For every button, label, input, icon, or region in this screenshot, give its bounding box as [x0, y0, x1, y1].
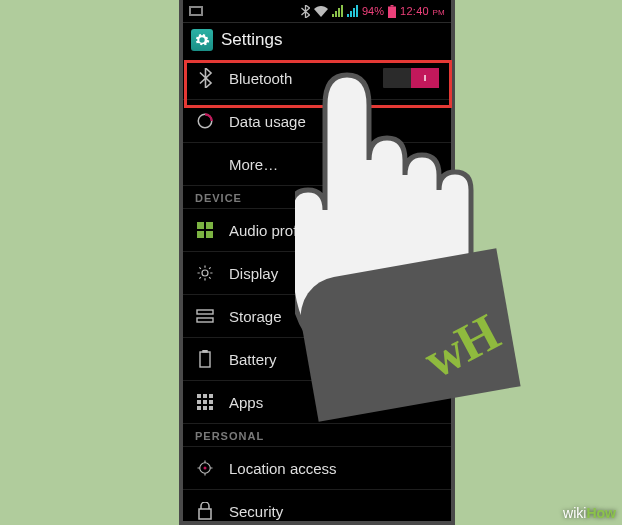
svg-rect-25 — [199, 509, 211, 519]
svg-rect-2 — [391, 5, 394, 7]
row-data-usage[interactable]: Data usage — [183, 100, 451, 143]
row-location-access[interactable]: Location access — [183, 447, 451, 490]
row-label: Storage — [229, 308, 282, 325]
section-header-device: DEVICE — [183, 186, 451, 209]
section-header-personal: PERSONAL — [183, 424, 451, 447]
row-label: Apps — [229, 394, 263, 411]
row-security[interactable]: Security — [183, 490, 451, 525]
svg-point-9 — [202, 270, 208, 276]
title-bar: Settings — [183, 22, 451, 57]
svg-rect-14 — [197, 394, 201, 398]
svg-rect-10 — [197, 310, 213, 314]
audio-profiles-icon — [195, 220, 215, 240]
signal-2-icon — [347, 5, 358, 17]
svg-rect-20 — [197, 406, 201, 410]
row-label: Data usage — [229, 113, 306, 130]
apps-icon — [195, 392, 215, 412]
page-title: Settings — [221, 30, 282, 50]
svg-rect-8 — [206, 231, 213, 238]
svg-rect-3 — [388, 6, 396, 18]
row-bluetooth[interactable]: Bluetooth I — [183, 57, 451, 100]
svg-point-24 — [204, 467, 207, 470]
svg-rect-5 — [197, 222, 204, 229]
settings-app-icon — [191, 29, 213, 51]
clock: 12:40 PM — [400, 5, 445, 17]
row-label: Battery — [229, 351, 277, 368]
row-audio-profiles[interactable]: Audio profiles — [183, 209, 451, 252]
security-icon — [195, 501, 215, 521]
phone-frame: 94% 12:40 PM Settings Bluetooth I D — [179, 0, 455, 525]
status-bar: 94% 12:40 PM — [183, 0, 451, 22]
storage-icon — [195, 306, 215, 326]
display-icon — [195, 263, 215, 283]
row-storage[interactable]: Storage — [183, 295, 451, 338]
signal-1-icon — [332, 5, 343, 17]
svg-rect-11 — [197, 318, 213, 322]
svg-rect-19 — [209, 400, 213, 404]
svg-rect-17 — [197, 400, 201, 404]
svg-rect-13 — [203, 350, 207, 352]
svg-rect-6 — [206, 222, 213, 229]
svg-rect-7 — [197, 231, 204, 238]
carrier-icon — [189, 6, 203, 16]
wifi-icon — [314, 6, 328, 17]
bluetooth-icon — [195, 68, 215, 88]
battery-icon — [388, 5, 396, 18]
row-label: Audio profiles — [229, 222, 320, 239]
svg-rect-15 — [203, 394, 207, 398]
row-display[interactable]: Display — [183, 252, 451, 295]
bluetooth-toggle[interactable]: I — [383, 68, 439, 88]
row-more[interactable]: More… — [183, 143, 451, 186]
row-label: Security — [229, 503, 283, 520]
battery-percent: 94% — [362, 5, 384, 17]
svg-rect-18 — [203, 400, 207, 404]
row-label: Display — [229, 265, 278, 282]
row-label: Location access — [229, 460, 337, 477]
row-label: More… — [229, 156, 278, 173]
data-usage-icon — [195, 111, 215, 131]
svg-rect-12 — [200, 352, 210, 367]
location-icon — [195, 458, 215, 478]
svg-rect-16 — [209, 394, 213, 398]
row-label: Bluetooth — [229, 70, 292, 87]
settings-list: Bluetooth I Data usage More… DEVICE Audi… — [183, 57, 451, 525]
watermark: wikiHow — [563, 505, 616, 521]
row-battery[interactable]: Battery — [183, 338, 451, 381]
battery-row-icon — [195, 349, 215, 369]
svg-rect-22 — [209, 406, 213, 410]
bluetooth-status-icon — [301, 5, 310, 18]
svg-rect-21 — [203, 406, 207, 410]
svg-rect-1 — [191, 8, 201, 14]
row-apps[interactable]: Apps — [183, 381, 451, 424]
